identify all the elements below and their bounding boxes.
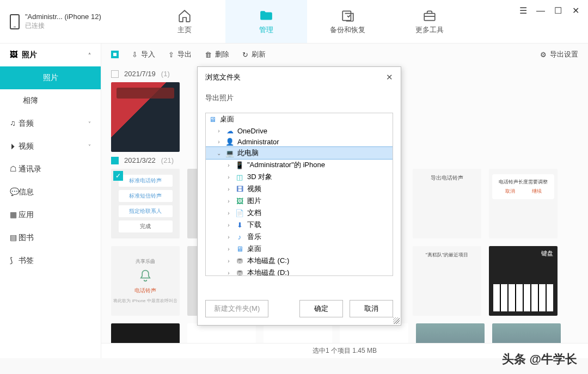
- tree-node-iphone[interactable]: ›📱"Administrator"的 iPhone: [206, 159, 393, 171]
- music-icon: ♪: [235, 232, 244, 241]
- photo-tile[interactable]: 共享乐曲 电话铃声 将此歌为 iPhone 中最喜欢呼叫音: [111, 246, 180, 316]
- expand-icon[interactable]: ›: [225, 198, 232, 204]
- chevron-up-icon: ˄: [88, 52, 91, 58]
- tab-home[interactable]: 主页: [144, 0, 225, 43]
- select-all-checkbox[interactable]: [111, 51, 119, 58]
- tree-node-desktop-root[interactable]: 🖥桌面: [206, 113, 393, 125]
- sidebar-item-audio[interactable]: ♫音频˅: [0, 112, 101, 135]
- sidebar-item-photos[interactable]: 照片: [0, 66, 101, 89]
- folder-tree[interactable]: 🖥桌面 ›☁OneDrive ›👤Administrator ⌄💻此电脑 ›📱"…: [205, 113, 393, 276]
- photo-tile[interactable]: 导出电话铃声: [413, 169, 481, 238]
- sidebar-item-bookmarks[interactable]: ⟆书签: [0, 249, 101, 272]
- message-icon: 💬: [10, 187, 19, 196]
- desktop-icon: 🖥: [208, 115, 217, 124]
- dialog-close-icon[interactable]: ✕: [386, 72, 393, 82]
- dialog-title: 浏览文件夹: [205, 72, 241, 82]
- menu-icon[interactable]: ☰: [518, 5, 528, 16]
- photo-tile[interactable]: 键盘: [489, 246, 558, 316]
- sidebar-item-messages[interactable]: 💬信息: [0, 181, 101, 204]
- expand-icon[interactable]: ›: [225, 210, 232, 216]
- selected-icon: ✓: [113, 171, 123, 181]
- sidebar-section-photos[interactable]: 🖼照片 ˄: [0, 44, 101, 66]
- date-label: 2021/3/22: [124, 156, 156, 164]
- minimize-icon[interactable]: —: [536, 6, 546, 16]
- expand-icon[interactable]: ›: [225, 174, 232, 180]
- ok-button[interactable]: 确定: [299, 300, 343, 317]
- expand-icon[interactable]: ›: [225, 186, 232, 192]
- expand-icon[interactable]: ›: [216, 128, 222, 134]
- expand-icon[interactable]: ›: [225, 258, 232, 264]
- tab-more[interactable]: 更多工具: [389, 0, 470, 43]
- resize-grip-icon[interactable]: [393, 317, 400, 324]
- tree-node-3d[interactable]: ›◫3D 对象: [206, 171, 393, 183]
- status-text: 选中1 个项目 1.45 MB: [313, 346, 377, 355]
- tree-node-thispc[interactable]: ⌄💻此电脑: [206, 147, 393, 159]
- tree-node-onedrive[interactable]: ›☁OneDrive: [206, 125, 393, 136]
- browse-folder-dialog: 浏览文件夹 ✕ 导出照片 🖥桌面 ›☁OneDrive ›👤Administra…: [197, 66, 401, 326]
- import-icon: ⇩: [132, 51, 138, 59]
- tree-node-desktop[interactable]: ›🖥桌面: [206, 243, 393, 255]
- expand-icon[interactable]: ›: [216, 139, 222, 145]
- date-count: (21): [161, 156, 174, 164]
- photo-tile[interactable]: [187, 169, 198, 238]
- export-settings-button[interactable]: ⚙导出设置: [540, 50, 578, 59]
- sidebar-item-books[interactable]: ▤图书: [0, 226, 101, 249]
- folder-icon: [259, 9, 273, 23]
- photo-tile[interactable]: "离糕队"的最近项目: [413, 246, 481, 316]
- new-folder-button[interactable]: 新建文件夹(M): [205, 300, 268, 317]
- tree-node-pictures[interactable]: ›🖼图片: [206, 195, 393, 207]
- sidebar-item-video[interactable]: ⏵视频˅: [0, 135, 101, 158]
- collapse-icon[interactable]: ⌄: [216, 150, 222, 156]
- user-icon: 👤: [225, 137, 234, 146]
- play-icon: ⏵: [10, 142, 19, 150]
- watermark: 头条 @牛学长: [502, 351, 577, 367]
- tree-node-docs[interactable]: ›📄文档: [206, 207, 393, 219]
- device-block: "Administr... (iPhone 12) 已连接: [0, 0, 111, 43]
- close-icon[interactable]: ✕: [571, 5, 580, 16]
- tree-node-videos[interactable]: ›🎞视频: [206, 183, 393, 195]
- document-icon: 📄: [235, 209, 244, 217]
- photo-tile[interactable]: 电话铃声长度需要调整 取消 继续: [489, 169, 558, 238]
- import-button[interactable]: ⇩导入: [132, 50, 155, 59]
- photo-tile[interactable]: [187, 246, 198, 316]
- svg-rect-1: [424, 13, 435, 20]
- refresh-button[interactable]: ↻刷新: [242, 50, 266, 59]
- tab-manage[interactable]: 管理: [225, 0, 307, 43]
- photo-tile[interactable]: [111, 82, 180, 152]
- export-button[interactable]: ⇧导出: [168, 50, 192, 59]
- cancel-button[interactable]: 取消: [350, 300, 393, 317]
- dialog-subtitle: 导出照片: [198, 88, 401, 113]
- sidebar-item-contacts[interactable]: ☖通讯录: [0, 158, 101, 181]
- tree-node-diskd[interactable]: ›⛃本地磁盘 (D:): [206, 267, 393, 276]
- sidebar-item-albums[interactable]: 相簿: [0, 89, 101, 112]
- tree-node-downloads[interactable]: ›⬇下载: [206, 219, 393, 231]
- phone-icon: 📱: [235, 161, 244, 169]
- tree-node-music[interactable]: ›♪音乐: [206, 231, 393, 243]
- picture-icon: 🖼: [235, 197, 244, 205]
- bell-icon: [138, 268, 153, 284]
- expand-icon[interactable]: ›: [225, 222, 232, 228]
- chevron-down-icon: ˅: [88, 121, 91, 127]
- chevron-down-icon: ˅: [88, 144, 91, 150]
- expand-icon[interactable]: ›: [225, 162, 232, 168]
- date-checkbox[interactable]: [111, 157, 119, 164]
- maximize-icon[interactable]: ☐: [553, 5, 563, 16]
- cube-icon: ◫: [235, 173, 244, 181]
- photo-tile[interactable]: ✓ 标准电话铃声 标准短信铃声 指定给联系人 完成: [111, 169, 180, 238]
- expand-icon[interactable]: ›: [225, 270, 232, 276]
- date-checkbox[interactable]: [111, 70, 119, 78]
- expand-icon[interactable]: ›: [225, 234, 232, 240]
- tree-node-admin[interactable]: ›👤Administrator: [206, 136, 393, 147]
- sidebar-item-apps[interactable]: ▦应用: [0, 204, 101, 226]
- music-icon: ♫: [10, 119, 19, 127]
- refresh-icon: ↻: [242, 51, 248, 59]
- video-icon: 🎞: [235, 185, 244, 193]
- tree-node-diskc[interactable]: ›⛃本地磁盘 (C:): [206, 255, 393, 267]
- date-label: 2021/7/19: [124, 70, 156, 78]
- trash-icon: 🗑: [205, 51, 212, 59]
- expand-icon[interactable]: ›: [225, 246, 232, 252]
- delete-button[interactable]: 🗑删除: [205, 50, 229, 59]
- nav-tabs: 主页 管理 备份和恢复 更多工具: [144, 0, 470, 43]
- download-icon: ⬇: [235, 220, 244, 229]
- tab-backup[interactable]: 备份和恢复: [307, 0, 389, 43]
